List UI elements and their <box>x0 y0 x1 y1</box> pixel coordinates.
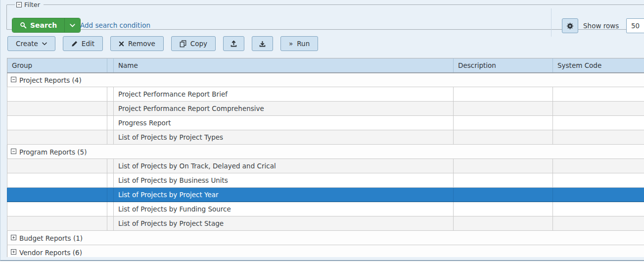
group-cell <box>7 87 107 102</box>
copy-button[interactable]: Copy <box>171 36 216 51</box>
show-rows-input[interactable] <box>626 18 644 33</box>
system-code-cell <box>553 173 644 188</box>
system-code-cell <box>553 130 644 145</box>
pencil-icon <box>71 41 78 47</box>
report-table-body: Project Reports (4)Project Performance R… <box>7 73 644 258</box>
description-cell <box>454 188 553 202</box>
group-row[interactable]: Project Reports (4) <box>7 73 644 87</box>
report-row[interactable]: Project Performance Report Brief <box>7 87 644 102</box>
name-cell: List of Projects by Project Types <box>114 130 454 145</box>
report-table: Group Name Description System Code Proje… <box>7 58 644 257</box>
search-button-label: Search <box>30 21 57 29</box>
toolbar: Create Edit Remove Copy <box>7 36 325 51</box>
icon-cell <box>107 202 114 216</box>
settings-button[interactable] <box>562 18 578 33</box>
collapse-group-icon[interactable] <box>11 149 16 154</box>
icon-cell <box>107 159 114 173</box>
search-icon <box>20 22 27 29</box>
upload-button[interactable] <box>223 36 244 51</box>
report-row[interactable]: List of Projects by Project Stage <box>7 216 644 231</box>
report-row[interactable]: Project Performance Report Comprehensive <box>7 102 644 116</box>
filter-legend: Filter <box>15 1 44 8</box>
remove-button[interactable]: Remove <box>110 36 164 51</box>
collapse-filter-icon[interactable] <box>16 2 22 7</box>
search-button[interactable]: Search <box>12 18 65 32</box>
collapse-group-icon[interactable] <box>11 77 16 82</box>
upload-icon <box>230 40 237 48</box>
report-row[interactable]: List of Projects by Business Units <box>7 173 644 188</box>
report-row[interactable]: List of Projects by Funding Source <box>7 202 644 216</box>
group-cell <box>7 130 107 145</box>
name-cell: List of Projects by On Track, Delayed an… <box>114 159 454 173</box>
run-button-label: Run <box>297 40 310 48</box>
report-row[interactable]: List of Projects by Project Year <box>7 188 644 202</box>
group-row[interactable]: Vendor Reports (6) <box>7 245 644 258</box>
system-code-cell <box>553 188 644 202</box>
show-rows-label: Show rows <box>583 18 619 33</box>
group-row[interactable]: Program Reports (5) <box>7 145 644 159</box>
column-header-group[interactable]: Group <box>7 58 107 73</box>
filter-divider <box>551 8 552 37</box>
filter-legend-label: Filter <box>24 1 40 8</box>
description-cell <box>454 159 553 173</box>
search-options-button[interactable] <box>65 18 80 32</box>
add-search-condition-link[interactable]: Add search condition <box>80 18 150 33</box>
edit-button-label: Edit <box>82 40 94 48</box>
search-split-button: Search <box>12 18 81 33</box>
report-row[interactable]: List of Projects by On Track, Delayed an… <box>7 159 644 173</box>
system-code-cell <box>553 102 644 116</box>
group-cell <box>7 102 107 116</box>
group-cell <box>7 173 107 188</box>
group-row[interactable]: Budget Reports (1) <box>7 231 644 245</box>
download-button[interactable] <box>252 36 273 51</box>
description-cell <box>454 102 553 116</box>
chevron-down-icon <box>70 24 75 27</box>
system-code-cell <box>553 202 644 216</box>
chevron-down-icon <box>42 42 47 46</box>
x-mark-icon <box>119 41 124 47</box>
name-cell: List of Projects by Funding Source <box>114 202 454 216</box>
name-cell: List of Projects by Project Stage <box>114 216 454 231</box>
icon-cell <box>107 130 114 145</box>
description-cell <box>454 116 553 130</box>
icon-cell <box>107 216 114 231</box>
group-cell <box>7 188 107 202</box>
icon-cell <box>107 173 114 188</box>
expand-group-icon[interactable] <box>11 235 16 240</box>
name-cell: List of Projects by Business Units <box>114 173 454 188</box>
column-header-system-code[interactable]: System Code <box>553 58 644 73</box>
group-label: Budget Reports (1) <box>19 234 83 242</box>
report-row[interactable]: Progress Report <box>7 116 644 130</box>
group-cell <box>7 216 107 231</box>
icon-cell <box>107 188 114 202</box>
gear-icon <box>566 22 574 30</box>
description-cell <box>454 87 553 102</box>
icon-cell <box>107 116 114 130</box>
column-header-name[interactable]: Name <box>114 58 454 73</box>
description-cell <box>454 202 553 216</box>
group-cell <box>7 116 107 130</box>
remove-button-label: Remove <box>128 40 155 48</box>
system-code-cell <box>553 159 644 173</box>
name-cell: Progress Report <box>114 116 454 130</box>
group-label: Project Reports (4) <box>19 76 82 84</box>
system-code-cell <box>553 116 644 130</box>
group-cell <box>7 202 107 216</box>
reports-panel: Filter Search Add search condition <box>0 0 644 261</box>
system-code-cell <box>553 87 644 102</box>
double-chevron-right-icon: » <box>289 40 293 48</box>
edit-button[interactable]: Edit <box>63 36 103 51</box>
icon-cell <box>107 102 114 116</box>
icon-cell <box>107 87 114 102</box>
name-cell: List of Projects by Project Year <box>114 188 454 202</box>
run-button[interactable]: » Run <box>280 36 318 51</box>
filter-fieldset: Filter Search Add search condition <box>6 1 644 30</box>
expand-group-icon[interactable] <box>11 249 16 255</box>
system-code-cell <box>553 216 644 231</box>
table-header-row: Group Name Description System Code <box>7 58 644 73</box>
column-header-description[interactable]: Description <box>454 58 553 73</box>
report-row[interactable]: List of Projects by Project Types <box>7 130 644 145</box>
group-label: Vendor Reports (6) <box>19 249 82 257</box>
group-cell <box>7 159 107 173</box>
create-button[interactable]: Create <box>7 36 55 51</box>
